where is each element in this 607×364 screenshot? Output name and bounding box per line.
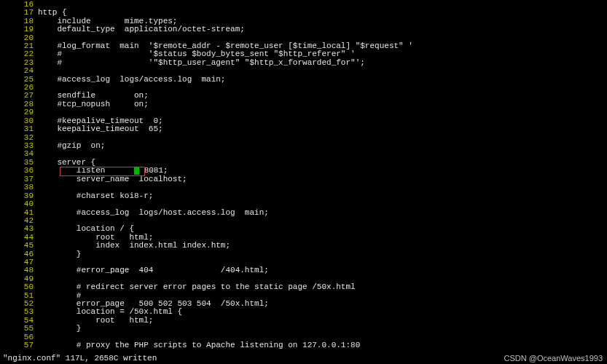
code-line[interactable]: 57 # proxy the PHP scripts to Apache lis… xyxy=(0,341,607,349)
line-number: 29 xyxy=(0,108,38,116)
line-number: 19 xyxy=(0,25,38,33)
code-text: server_name localhost; xyxy=(38,175,607,183)
code-line[interactable]: 48 #error_page 404 /404.html; xyxy=(0,266,607,274)
code-line[interactable]: 24 xyxy=(0,67,607,75)
line-number: 31 xyxy=(0,125,38,133)
text-editor-viewport[interactable]: 1617http {18 include mime.types;19 defau… xyxy=(0,0,607,364)
code-line[interactable]: 45 index index.html index.htm; xyxy=(0,242,607,250)
code-text xyxy=(38,134,607,142)
code-text: # '"$http_user_agent" "$http_x_forwarded… xyxy=(38,59,607,67)
code-text xyxy=(38,108,607,116)
code-text: index index.html index.htm; xyxy=(38,242,607,250)
code-text: keepalive_timeout 65; xyxy=(38,125,607,133)
line-number: 50 xyxy=(0,283,38,291)
line-number: 55 xyxy=(0,325,38,333)
line-number: 45 xyxy=(0,242,38,250)
code-line[interactable]: 29 xyxy=(0,108,607,116)
code-text: #charset koi8-r; xyxy=(38,192,607,200)
code-text xyxy=(38,150,607,158)
code-text: #error_page 404 /404.html; xyxy=(38,266,607,274)
line-number: 24 xyxy=(0,67,38,75)
code-text: root html; xyxy=(38,317,607,325)
line-number: 40 xyxy=(0,200,38,208)
code-text: } xyxy=(38,325,607,333)
code-line[interactable]: 40 xyxy=(0,200,607,208)
code-line[interactable]: 16 xyxy=(0,1,607,9)
text-cursor xyxy=(134,167,139,175)
code-text: #access_log logs/host.access.log main; xyxy=(38,209,607,217)
code-line[interactable]: 41 #access_log logs/host.access.log main… xyxy=(0,209,607,217)
code-text: #gzip on; xyxy=(38,142,607,150)
code-line[interactable]: 31 keepalive_timeout 65; xyxy=(0,125,607,133)
code-line[interactable]: 25 #access_log logs/access.log main; xyxy=(0,76,607,84)
code-line[interactable]: 35 server { xyxy=(0,159,607,167)
code-text xyxy=(38,200,607,208)
code-line[interactable]: 19 default_type application/octet-stream… xyxy=(0,25,607,33)
line-number: 57 xyxy=(0,341,38,349)
code-text: #tcp_nopush on; xyxy=(38,100,607,108)
code-line[interactable]: 23 # '"$http_user_agent" "$http_x_forwar… xyxy=(0,59,607,67)
code-text xyxy=(38,1,607,9)
code-line[interactable]: 34 xyxy=(0,150,607,158)
code-line[interactable]: 54 root html; xyxy=(0,317,607,325)
code-line[interactable]: 33 #gzip on; xyxy=(0,142,607,150)
code-text: #access_log logs/access.log main; xyxy=(38,76,607,84)
code-line[interactable]: 28 #tcp_nopush on; xyxy=(0,100,607,108)
code-text: server { xyxy=(38,159,607,167)
code-text xyxy=(38,67,607,75)
code-line[interactable]: 50 # redirect server error pages to the … xyxy=(0,283,607,291)
vim-status-line: "nginx.conf" 117L, 2658C written xyxy=(3,355,157,363)
code-line[interactable]: 55 } xyxy=(0,325,607,333)
code-text: # redirect server error pages to the sta… xyxy=(38,283,607,291)
code-line[interactable]: 39 #charset koi8-r; xyxy=(0,192,607,200)
line-number: 34 xyxy=(0,150,38,158)
code-line[interactable]: 46 } xyxy=(0,250,607,258)
csdn-watermark: CSDN @OceanWaves1993 xyxy=(504,355,603,363)
code-text: } xyxy=(38,250,607,258)
code-text: default_type application/octet-stream; xyxy=(38,25,607,33)
code-line[interactable]: 37 server_name localhost; xyxy=(0,175,607,183)
code-text: # proxy the PHP scripts to Apache listen… xyxy=(38,341,607,349)
